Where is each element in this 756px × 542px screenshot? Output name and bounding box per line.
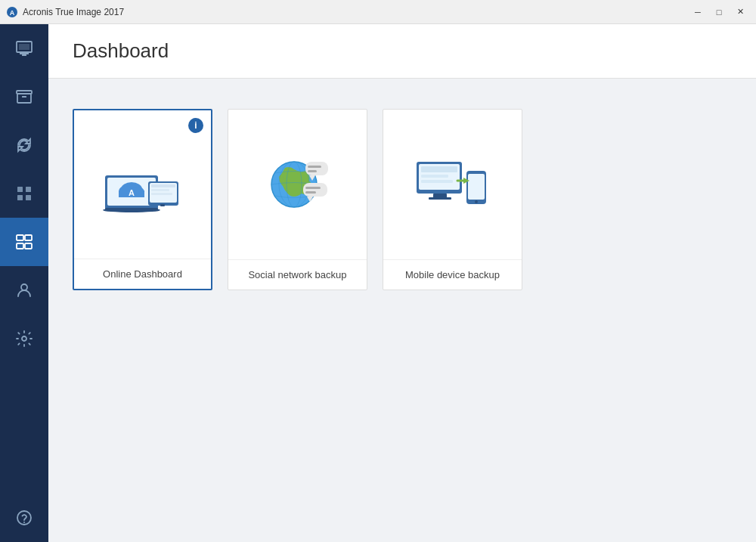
svg-point-18: [22, 336, 26, 341]
svg-rect-5: [19, 44, 29, 50]
page-title: Dashboard: [73, 39, 169, 63]
social-network-illustration: [264, 154, 332, 215]
svg-point-17: [21, 284, 27, 290]
svg-rect-33: [151, 189, 169, 191]
mobile-device-icon-area: [400, 110, 506, 259]
card-social-network-backup[interactable]: Social network backup: [228, 109, 367, 290]
titlebar-left: A Acronis True Image 2017: [6, 6, 124, 18]
card-mobile-device-backup[interactable]: Mobile device backup: [383, 109, 522, 290]
app-body: Dashboard i: [0, 24, 756, 542]
svg-text:A: A: [10, 9, 15, 17]
archive-icon: [15, 88, 33, 106]
maximize-button[interactable]: □: [709, 5, 729, 20]
svg-rect-53: [421, 175, 448, 178]
svg-rect-54: [421, 180, 453, 183]
window-controls: ─ □ ✕: [688, 5, 750, 20]
sidebar-item-tools[interactable]: [0, 169, 48, 218]
sidebar-item-account[interactable]: [0, 266, 48, 314]
content-area: Dashboard i: [48, 24, 756, 542]
svg-rect-10: [26, 187, 31, 192]
help-icon: [15, 509, 33, 527]
svg-rect-7: [17, 94, 31, 103]
sidebar: [0, 24, 48, 542]
card-online-dashboard[interactable]: i A: [73, 109, 212, 290]
dashboard-icon: [15, 233, 33, 251]
backup-icon: [15, 39, 33, 57]
cards-area: i A: [48, 79, 756, 542]
svg-rect-46: [305, 187, 321, 189]
svg-rect-42: [308, 166, 321, 168]
svg-rect-56: [468, 174, 485, 200]
svg-rect-44: [303, 183, 327, 197]
svg-rect-11: [17, 195, 23, 200]
close-button[interactable]: ✕: [730, 5, 750, 20]
svg-rect-29: [105, 208, 158, 211]
card-label: Online Dashboard: [74, 259, 211, 289]
svg-rect-16: [25, 243, 32, 249]
svg-rect-35: [160, 204, 165, 206]
sidebar-item-help[interactable]: [0, 494, 48, 542]
app-title: Acronis True Image 2017: [23, 7, 124, 17]
app-logo-icon: A: [6, 6, 18, 18]
online-dashboard-icon-area: A: [86, 110, 200, 259]
svg-rect-13: [17, 235, 23, 240]
svg-point-57: [475, 200, 478, 203]
svg-rect-12: [26, 195, 31, 200]
svg-rect-14: [25, 235, 32, 240]
svg-rect-47: [305, 191, 316, 194]
sidebar-item-sync[interactable]: [0, 121, 48, 169]
social-network-icon-area: [249, 110, 347, 259]
svg-rect-43: [308, 170, 317, 172]
settings-icon: [15, 330, 33, 348]
sidebar-item-settings[interactable]: [0, 314, 48, 363]
page-header: Dashboard: [48, 24, 756, 79]
svg-rect-15: [17, 243, 23, 249]
mobile-device-illustration: [415, 154, 491, 215]
online-dashboard-illustration: A: [101, 153, 184, 217]
minimize-button[interactable]: ─: [688, 5, 708, 20]
svg-rect-9: [17, 187, 23, 192]
svg-rect-34: [151, 193, 172, 195]
svg-point-20: [23, 522, 25, 523]
account-icon: [15, 281, 33, 299]
sidebar-item-backup[interactable]: [0, 24, 48, 73]
titlebar: A Acronis True Image 2017 ─ □ ✕: [0, 0, 756, 24]
svg-text:A: A: [129, 188, 135, 197]
sync-icon: [15, 136, 33, 154]
svg-rect-4: [22, 54, 26, 56]
svg-rect-8: [22, 96, 26, 98]
sidebar-item-archive[interactable]: [0, 73, 48, 121]
info-badge: i: [188, 118, 203, 133]
svg-rect-51: [429, 197, 451, 200]
svg-rect-3: [20, 52, 29, 54]
card-label: Mobile device backup: [383, 259, 522, 290]
grid-icon: [15, 184, 33, 203]
svg-rect-52: [421, 166, 457, 172]
card-label: Social network backup: [228, 259, 367, 290]
sidebar-item-dashboard[interactable]: [0, 218, 48, 266]
svg-rect-32: [151, 184, 175, 187]
svg-rect-40: [305, 162, 328, 175]
